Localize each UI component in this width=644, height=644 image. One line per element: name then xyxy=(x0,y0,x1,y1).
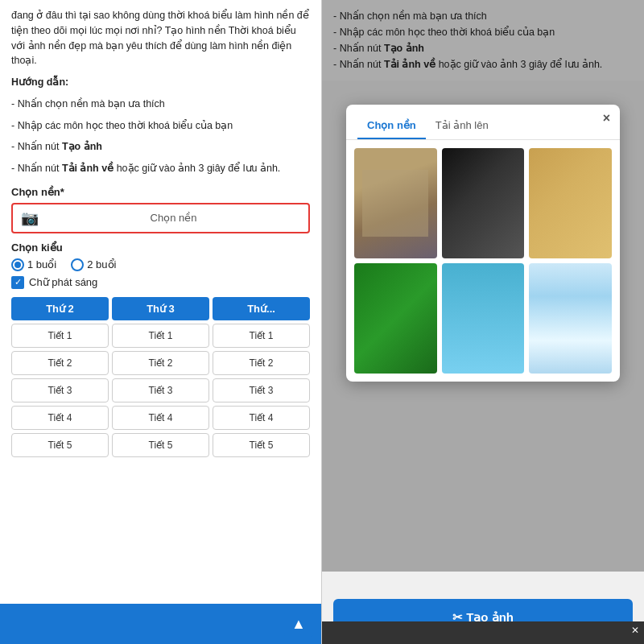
guide-item-4: - Nhấn nút Tải ảnh về hoặc giữ vào ảnh 3… xyxy=(11,161,310,176)
left-panel: đang ở đâu thì tại sao không dùng thời k… xyxy=(0,0,322,644)
image-leaves[interactable] xyxy=(354,263,437,374)
guide-item-2: - Nhập các môn học theo thời khoá biểu c… xyxy=(11,118,310,134)
tiet-5-thu2[interactable]: Tiết 5 xyxy=(11,433,109,457)
image-grid xyxy=(354,148,612,374)
tiet-2-thu2[interactable]: Tiết 2 xyxy=(11,351,109,375)
description-text: đang ở đâu thì tại sao không dùng thời k… xyxy=(11,8,310,68)
tiet-4-thu2[interactable]: Tiết 4 xyxy=(11,406,109,430)
camera-icon: 📷 xyxy=(21,209,39,227)
tiet-5-thu3[interactable]: Tiết 5 xyxy=(112,433,209,457)
schedule-grid: Thứ 2 Thứ 3 Thứ... Tiết 1 Tiết 1 Tiết 1 … xyxy=(11,297,310,457)
radio-2-dot xyxy=(71,258,84,271)
image-building[interactable] xyxy=(354,148,437,258)
day-thu2[interactable]: Thứ 2 xyxy=(11,297,109,320)
tiet-4-thu3[interactable]: Tiết 4 xyxy=(112,406,209,430)
tiet-1-thu3[interactable]: Tiết 1 xyxy=(112,324,209,348)
tiet-1-thu2[interactable]: Tiết 1 xyxy=(11,324,109,348)
chon-nen-text: Chọn nền xyxy=(47,212,300,224)
chon-kieu-label: Chọn kiểu xyxy=(11,242,310,254)
ad-bar: ✕ xyxy=(322,621,644,644)
modal-box: Chọn nền Tải ảnh lên × xyxy=(346,105,620,382)
tiet-3-thu4[interactable]: Tiết 3 xyxy=(213,378,310,402)
image-notebook[interactable] xyxy=(529,148,612,258)
radio-1-label: 1 buổi xyxy=(27,258,56,270)
tiet-3-thu3[interactable]: Tiết 3 xyxy=(112,378,209,402)
radio-2-buoi[interactable]: 2 buổi xyxy=(71,258,116,271)
modal-overlay: Chọn nền Tải ảnh lên × xyxy=(322,0,644,572)
day-thu3[interactable]: Thứ 3 xyxy=(112,297,209,320)
image-dolphins[interactable] xyxy=(442,263,525,374)
tiet-2-thu3[interactable]: Tiết 2 xyxy=(112,351,209,375)
tiet-1-thu4[interactable]: Tiết 1 xyxy=(213,324,310,348)
guide-label: Hướng dẫn: xyxy=(11,75,310,90)
tab-tai-anh-len[interactable]: Tải ảnh lên xyxy=(426,113,498,139)
radio-2-label: 2 buổi xyxy=(87,258,116,270)
checkbox-row[interactable]: ✓ Chữ phát sáng xyxy=(11,276,310,289)
radio-group: 1 buổi 2 buổi xyxy=(11,258,310,271)
modal-close-button[interactable]: × xyxy=(603,111,610,126)
checkbox-icon: ✓ xyxy=(11,276,24,289)
image-airplane[interactable] xyxy=(529,263,612,374)
image-sneaker[interactable] xyxy=(442,148,525,258)
checkbox-label: Chữ phát sáng xyxy=(29,276,97,288)
radio-1-dot xyxy=(11,258,24,271)
ad-close-button[interactable]: ✕ xyxy=(631,625,639,636)
tab-chon-nen[interactable]: Chọn nền xyxy=(357,113,426,139)
modal-body xyxy=(346,140,620,382)
day-thu4[interactable]: Thứ... xyxy=(213,297,310,320)
left-content: đang ở đâu thì tại sao không dùng thời k… xyxy=(0,0,321,604)
scroll-up-button-left[interactable]: ▲ xyxy=(284,609,313,638)
tiet-2-thu4[interactable]: Tiết 2 xyxy=(213,351,310,375)
right-panel: - Nhấn chọn nền mà bạn ưa thích - Nhập c… xyxy=(322,0,644,644)
guide-item-3: - Nhấn nút Tạo ảnh xyxy=(11,139,310,155)
tiet-3-thu2[interactable]: Tiết 3 xyxy=(11,378,109,402)
chon-nen-button[interactable]: 📷 Chọn nền xyxy=(11,203,310,233)
chon-nen-label: Chọn nền* xyxy=(11,186,310,198)
tiet-5-thu4[interactable]: Tiết 5 xyxy=(213,433,310,457)
radio-1-buoi[interactable]: 1 buổi xyxy=(11,258,56,271)
modal-header: Chọn nền Tải ảnh lên × xyxy=(346,105,620,140)
guide-item-1: - Nhấn chọn nền mà bạn ưa thích xyxy=(11,97,310,112)
tiet-4-thu4[interactable]: Tiết 4 xyxy=(213,406,310,430)
